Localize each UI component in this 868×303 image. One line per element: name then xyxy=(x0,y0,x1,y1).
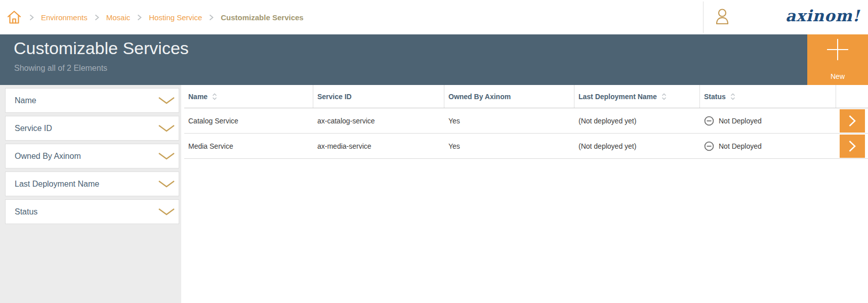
filter-last-deployment-name[interactable]: Last Deployment Name xyxy=(5,171,179,196)
column-header-service-id[interactable]: Service ID xyxy=(313,85,444,108)
cell-actions xyxy=(836,134,868,158)
open-row-button[interactable] xyxy=(840,109,865,133)
breadcrumb: Environments Mosaic Hosting Service Cust… xyxy=(6,0,304,34)
cell-status: Not Deployed xyxy=(700,108,836,133)
sort-icon[interactable] xyxy=(212,93,218,101)
chevron-down-icon xyxy=(158,180,175,188)
cell-status: Not Deployed xyxy=(700,134,836,158)
breadcrumb-separator-icon xyxy=(94,14,100,21)
filter-name[interactable]: Name xyxy=(5,88,179,113)
status-badge: Not Deployed xyxy=(719,117,762,125)
filter-owned-by-axinom[interactable]: Owned By Axinom xyxy=(5,144,179,168)
cell-last-deployment-name: (Not deployed yet) xyxy=(574,108,700,133)
table-header-row: Name Service ID Owned By Axinom Last Dep… xyxy=(184,85,868,108)
breadcrumb-item-environments[interactable]: Environments xyxy=(41,13,88,22)
topbar-divider xyxy=(703,2,704,33)
new-button-label: New xyxy=(807,72,868,80)
breadcrumb-separator-icon xyxy=(29,14,34,21)
chevron-down-icon xyxy=(158,152,175,160)
topbar: Environments Mosaic Hosting Service Cust… xyxy=(0,0,868,34)
services-table: Name Service ID Owned By Axinom Last Dep… xyxy=(181,85,868,303)
cell-actions xyxy=(836,108,868,133)
cell-name: Media Service xyxy=(184,134,313,158)
sort-icon[interactable] xyxy=(661,93,667,101)
breadcrumb-item-hosting-service[interactable]: Hosting Service xyxy=(149,13,202,22)
filter-sidebar: Name Service ID Owned By Axinom Last Dep… xyxy=(0,85,181,303)
column-header-status[interactable]: Status xyxy=(700,85,836,108)
column-header-actions xyxy=(836,85,868,108)
column-label: Service ID xyxy=(317,93,352,101)
cell-owned-by-axinom: Yes xyxy=(444,108,574,133)
cell-last-deployment-name: (Not deployed yet) xyxy=(574,134,700,158)
user-icon[interactable] xyxy=(714,8,730,28)
page-title: Customizable Services xyxy=(14,38,189,58)
result-count: Showing all of 2 Elements xyxy=(14,64,107,73)
column-header-name[interactable]: Name xyxy=(184,85,313,108)
cell-owned-by-axinom: Yes xyxy=(444,134,574,158)
status-badge: Not Deployed xyxy=(719,142,762,150)
table-row[interactable]: Media Service ax-media-service Yes (Not … xyxy=(184,134,868,159)
chevron-down-icon xyxy=(158,208,175,216)
page-header: Customizable Services Showing all of 2 E… xyxy=(0,34,868,85)
plus-icon xyxy=(825,37,850,62)
minus-circle-icon xyxy=(704,116,714,126)
new-button[interactable]: New xyxy=(807,34,868,85)
open-row-button[interactable] xyxy=(840,135,865,158)
cell-name: Catalog Service xyxy=(184,108,313,133)
axinom-logo: axinom! xyxy=(786,7,860,25)
home-icon[interactable] xyxy=(6,10,22,25)
column-label: Name xyxy=(188,93,208,101)
chevron-right-icon xyxy=(848,140,856,153)
sort-icon[interactable] xyxy=(730,93,736,101)
filter-label: Service ID xyxy=(15,124,52,133)
column-label: Owned By Axinom xyxy=(448,93,511,101)
breadcrumb-item-mosaic[interactable]: Mosaic xyxy=(106,13,131,22)
breadcrumb-item-current: Customizable Services xyxy=(221,13,303,22)
filter-label: Owned By Axinom xyxy=(15,152,81,161)
table-row[interactable]: Catalog Service ax-catalog-service Yes (… xyxy=(184,108,868,134)
breadcrumb-separator-icon xyxy=(209,14,214,21)
filter-label: Status xyxy=(15,207,37,217)
filter-label: Name xyxy=(15,96,36,105)
column-header-last-deployment-name[interactable]: Last Deployment Name xyxy=(574,85,700,108)
filter-label: Last Deployment Name xyxy=(15,180,99,189)
column-label: Last Deployment Name xyxy=(578,93,657,101)
chevron-right-icon xyxy=(848,114,856,127)
column-header-owned-by-axinom[interactable]: Owned By Axinom xyxy=(444,85,574,108)
minus-circle-icon xyxy=(704,141,714,151)
chevron-down-icon xyxy=(158,97,175,105)
cell-service-id: ax-catalog-service xyxy=(313,108,444,133)
column-label: Status xyxy=(704,93,726,101)
chevron-down-icon xyxy=(158,124,175,133)
breadcrumb-separator-icon xyxy=(137,14,142,21)
filter-status[interactable]: Status xyxy=(5,199,179,224)
filter-service-id[interactable]: Service ID xyxy=(5,116,179,141)
cell-service-id: ax-media-service xyxy=(313,134,444,158)
